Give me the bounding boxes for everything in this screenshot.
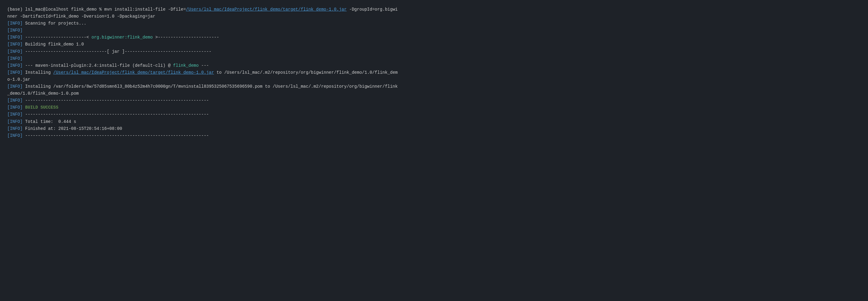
- terminal-line-sep1: [INFO] ------------------------< org.big…: [7, 34, 861, 41]
- build-success-text: BUILD SUCCESS: [25, 105, 58, 110]
- terminal-line-build-success: [INFO] BUILD SUCCESS: [7, 104, 861, 111]
- dgroup-text: -DgroupId=org.bigwi: [346, 7, 398, 12]
- terminal-line-prompt: (base) lsl_mac@localhost flink_demo % mv…: [7, 6, 861, 13]
- terminal-line-finished-at: [INFO] Finished at: 2021-08-15T20:54:16+…: [7, 125, 861, 132]
- terminal-line-sep3: [INFO] ---------------------------------…: [7, 111, 861, 118]
- terminal-line-installing1: [INFO] Installing /Users/lsl_mac/IdeaPro…: [7, 69, 861, 76]
- flink-demo-ref: flink_demo: [173, 63, 198, 68]
- terminal-line-installing1-cont: o-1.0.jar: [7, 76, 861, 83]
- terminal-line-installing2-cont: _demo/1.0/flink_demo-1.0.pom: [7, 90, 861, 97]
- terminal-line-sep4: [INFO] ---------------------------------…: [7, 132, 861, 139]
- terminal-line-installing2: [INFO] Installing /var/folders/8w/57d85s…: [7, 83, 861, 90]
- file-path-link[interactable]: /Users/lsl_mac/IdeaProject/flink_demo/ta…: [186, 7, 346, 12]
- terminal-line-maven-plugin: [INFO] --- maven-install-plugin:2.4:inst…: [7, 62, 861, 69]
- info-label: INFO: [10, 21, 20, 26]
- prompt-text: (base) lsl_mac@localhost flink_demo % mv…: [7, 7, 186, 12]
- project-id: org.bigwinner:flink_demo: [91, 35, 153, 40]
- terminal-line-scanning: [INFO] Scanning for projects...: [7, 20, 861, 27]
- terminal: (base) lsl_mac@localhost flink_demo % mv…: [7, 6, 861, 139]
- terminal-line-jar: [INFO] --------------------------------[…: [7, 48, 861, 55]
- install-path-link[interactable]: /Users/lsl_mac/IdeaProject/flink_demo/ta…: [53, 70, 214, 75]
- terminal-line-building: [INFO] Building flink_demo 1.0: [7, 41, 861, 48]
- terminal-line-total-time: [INFO] Total time: 0.444 s: [7, 118, 861, 125]
- terminal-line-empty2: [INFO]: [7, 55, 861, 62]
- terminal-line-empty1: [INFO]: [7, 27, 861, 34]
- terminal-line-2: nner -DartifactId=flink_demo -Dversion=1…: [7, 13, 861, 20]
- terminal-line-sep2: [INFO] ---------------------------------…: [7, 97, 861, 104]
